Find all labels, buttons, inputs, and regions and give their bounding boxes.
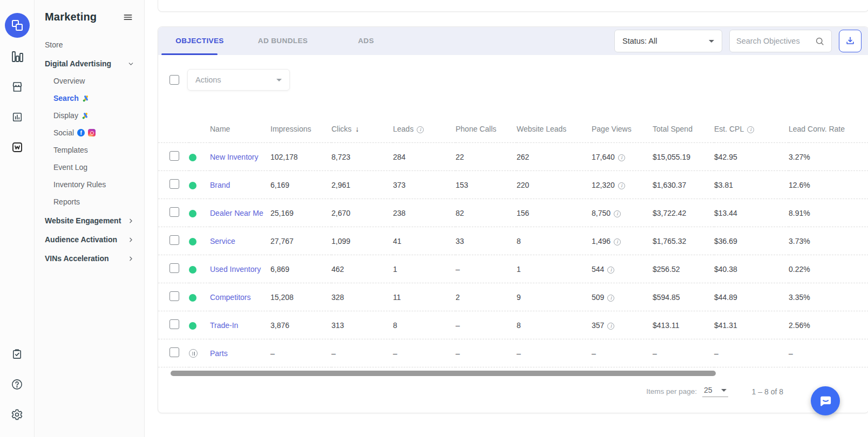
sidebar-item-overview[interactable]: Overview [35,72,144,90]
sidebar-item-website-engagement[interactable]: Website Engagement [35,212,144,229]
objective-name-link[interactable]: New Inventory [210,153,258,161]
column-header-phone-calls[interactable]: Phone Calls [456,115,517,143]
icon-rail [0,0,35,437]
info-icon[interactable]: i [618,182,625,189]
items-per-page-select[interactable]: 25 [702,386,728,397]
help-icon[interactable] [10,377,24,391]
status-active-icon [189,182,196,189]
caret-down-icon [721,389,727,392]
download-icon [845,36,856,46]
instagram-icon [88,129,96,136]
info-icon[interactable]: i [614,238,621,245]
row-checkbox[interactable] [169,263,179,273]
horizontal-scrollbar[interactable] [171,371,716,376]
analytics-icon[interactable] [10,50,24,64]
content-widget-icon[interactable] [10,140,24,154]
status-filter-value: Status: All [622,37,657,45]
chevron-right-icon [127,255,134,262]
caret-down-icon [276,79,282,81]
table-body: New Inventory102,1788,7232842226217,640i… [158,143,868,367]
top-card-edge [158,0,868,12]
info-icon[interactable]: i [417,126,424,133]
sidebar-item-display[interactable]: Display [35,107,144,124]
column-header-page-views[interactable]: Page Views [592,115,653,143]
sidebar-item-inventory-rules[interactable]: Inventory Rules [35,176,144,193]
download-button[interactable] [839,30,862,52]
column-header-impressions[interactable]: Impressions [270,115,331,143]
column-header-est-cpl[interactable]: Est. CPLi [714,115,789,143]
info-icon[interactable]: i [607,295,614,302]
tab-ads[interactable]: ADS [324,27,408,55]
sidebar-item-label: Search [53,94,79,103]
bulk-actions-row: Actions [158,55,868,91]
sidebar-item-search[interactable]: Search [35,90,144,107]
info-icon[interactable]: i [747,126,754,133]
row-checkbox[interactable] [169,291,179,301]
info-icon[interactable]: i [607,323,614,330]
column-header-name[interactable]: Name [210,115,270,143]
select-all-checkbox[interactable] [169,75,179,85]
status-active-icon [189,238,196,245]
sidebar-item-audience-activation[interactable]: Audience Activation [35,231,144,248]
info-icon[interactable]: i [614,210,621,217]
scrollbar-thumb[interactable] [171,371,716,376]
sidebar-item-reports[interactable]: Reports [35,193,144,210]
sidebar-item-social[interactable]: Socialf [35,124,144,141]
chevron-right-icon [127,217,134,224]
search-input[interactable] [736,37,811,45]
info-icon[interactable]: i [618,154,625,161]
sidebar-item-label: Templates [53,146,88,154]
objective-name-link[interactable]: Dealer Near Me [210,209,263,217]
table-row: Parts––––––––– [158,339,868,367]
search-box [729,30,832,52]
sort-desc-icon: ↓ [355,125,359,133]
objective-name-link[interactable]: Competitors [210,293,250,302]
actions-select[interactable]: Actions [187,69,290,91]
sidebar-item-label: Social [53,128,74,137]
tasks-icon[interactable] [10,347,24,361]
items-per-page-label: Items per page: [646,387,697,395]
info-icon[interactable]: i [607,267,614,274]
column-header-leads[interactable]: Leadsi [393,115,456,143]
objective-name-link[interactable]: Service [210,237,235,245]
sidebar-item-event-log[interactable]: Event Log [35,159,144,176]
row-checkbox[interactable] [169,151,179,161]
table-row: Brand6,1692,96137315322012,320i$1,630.37… [158,171,868,199]
tab-objectives[interactable]: OBJECTIVES [158,27,241,55]
tab-list: OBJECTIVESAD BUNDLESADS [158,27,408,55]
objective-name-link[interactable]: Used Inventory [210,265,261,274]
column-header-website-leads[interactable]: Website Leads [517,115,592,143]
row-checkbox[interactable] [169,319,179,329]
store-icon[interactable] [10,80,24,94]
status-filter-select[interactable]: Status: All [614,30,722,52]
reports-icon[interactable] [10,110,24,124]
sidebar-item-label: Display [53,111,78,120]
objective-name-link[interactable]: Parts [210,349,228,358]
settings-icon[interactable] [10,407,24,421]
google-ads-icon [82,94,90,103]
row-checkbox[interactable] [169,179,179,189]
row-checkbox[interactable] [169,207,179,217]
tab-ad-bundles[interactable]: AD BUNDLES [241,27,324,55]
app-logo[interactable] [5,13,30,38]
row-checkbox[interactable] [169,347,179,357]
sidebar-item-templates[interactable]: Templates [35,141,144,159]
sidebar-item-vins-acceleration[interactable]: VINs Acceleration [35,250,144,267]
chevron-right-icon [127,236,134,243]
column-header-clicks[interactable]: Clicks↓ [331,115,393,143]
app: Marketing StoreDigital AdvertisingOvervi… [0,0,868,437]
sidebar-item-digital-advertising[interactable]: Digital Advertising [35,55,144,72]
row-checkbox[interactable] [169,235,179,245]
chat-launcher-button[interactable] [811,386,840,415]
objective-name-link[interactable]: Trade-In [210,321,238,330]
sidebar-item-label: Store [45,40,63,49]
table-row: Used Inventory6,8694621–1544i$256.52$40.… [158,255,868,283]
table-row: Service27,7671,099413381,496i$1,765.32$3… [158,227,868,255]
facebook-icon: f [77,129,85,136]
sidebar-item-store[interactable]: Store [35,36,144,53]
menu-icon[interactable] [123,12,133,23]
objective-name-link[interactable]: Brand [210,181,230,189]
chevron-down-icon [127,60,134,67]
column-header-lead-conv-rate[interactable]: Lead Conv. Rate [789,115,868,143]
column-header-total-spend[interactable]: Total Spend [653,115,714,143]
